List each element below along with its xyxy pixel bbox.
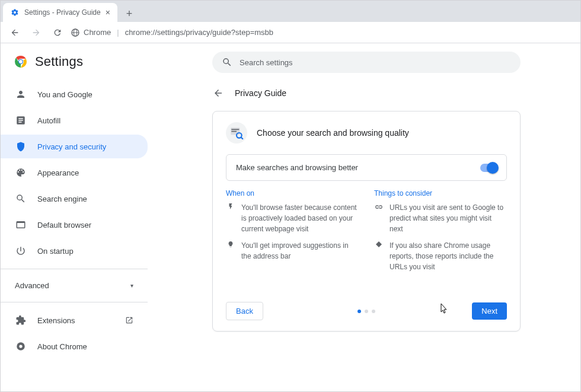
- search-icon: [15, 193, 27, 205]
- url-text: chrome://settings/privacy/guide?step=msb…: [125, 28, 273, 37]
- next-button[interactable]: Next: [472, 302, 507, 320]
- browser-icon: [15, 219, 27, 231]
- cursor-icon: [438, 302, 449, 317]
- open-external-icon: [125, 316, 133, 324]
- search-icon: [222, 57, 232, 68]
- svg-point-5: [19, 60, 23, 63]
- extension-icon: [15, 314, 27, 326]
- autofill-icon: [15, 114, 27, 126]
- address-bar[interactable]: Chrome | chrome://settings/privacy/guide…: [71, 28, 574, 37]
- sidebar-item-label: Extensions: [37, 316, 75, 325]
- toolbar: Chrome | chrome://settings/privacy/guide…: [1, 22, 580, 43]
- sidebar-separator: [1, 302, 148, 302]
- step-dot: [365, 310, 368, 313]
- back-button[interactable]: [212, 87, 224, 99]
- bullet-text: URLs you visit are sent to Google to pre…: [390, 202, 507, 234]
- sidebar-item-privacy-security[interactable]: Privacy and security: [1, 135, 148, 158]
- search-browse-icon: [226, 122, 247, 144]
- sidebar-item-appearance[interactable]: Appearance: [1, 161, 148, 184]
- sidebar-item-search-engine[interactable]: Search engine: [1, 187, 148, 211]
- sidebar-item-label: On startup: [37, 247, 74, 256]
- browser-tab[interactable]: Settings - Privacy Guide ×: [3, 3, 117, 22]
- advanced-label: Advanced: [15, 281, 49, 290]
- step-dot: [372, 310, 375, 313]
- page-title: Privacy Guide: [235, 88, 286, 98]
- sidebar-item-label: Default browser: [37, 221, 91, 230]
- chevron-down-icon: ▾: [130, 282, 133, 289]
- chrome-icon: [15, 340, 27, 352]
- diamond-icon: [374, 240, 384, 272]
- privacy-guide-card: Choose your search and browsing quality …: [212, 111, 521, 332]
- toggle-switch[interactable]: [480, 164, 497, 172]
- sidebar-item-label: Privacy and security: [37, 142, 106, 151]
- sidebar-item-autofill[interactable]: Autofill: [1, 109, 148, 132]
- app-header: Settings: [1, 54, 148, 82]
- link-icon: [374, 202, 384, 234]
- svg-rect-9: [231, 129, 239, 130]
- sidebar-item-you-and-google[interactable]: You and Google: [1, 82, 148, 106]
- url-scheme: Chrome: [84, 28, 111, 37]
- sidebar: Settings You and Google Autofill Privacy…: [1, 43, 152, 391]
- sidebar-item-extensions[interactable]: Extensions: [1, 308, 148, 332]
- power-icon: [15, 245, 27, 257]
- site-info-icon: [71, 28, 80, 37]
- bullet-text: You'll get improved suggestions in the a…: [241, 240, 359, 262]
- sidebar-item-label: You and Google: [37, 90, 92, 99]
- sidebar-item-default-browser[interactable]: Default browser: [1, 213, 148, 237]
- back-button[interactable]: Back: [226, 302, 263, 320]
- card-title: Choose your search and browsing quality: [257, 128, 409, 138]
- chrome-logo-icon: [14, 55, 28, 69]
- svg-point-7: [19, 345, 22, 348]
- bolt-icon: [226, 202, 235, 234]
- person-icon: [15, 88, 27, 100]
- main-content: Search settings Privacy Guide Choose you…: [152, 43, 580, 391]
- shield-icon: [15, 141, 27, 152]
- nav-reload-button[interactable]: [49, 24, 66, 41]
- svg-line-12: [241, 138, 243, 139]
- toggle-row[interactable]: Make searches and browsing better: [226, 154, 507, 181]
- new-tab-button[interactable]: +: [121, 5, 138, 22]
- when-on-heading: When on: [226, 189, 359, 197]
- app-title: Settings: [35, 54, 83, 69]
- bullet-text: If you also share Chrome usage reports, …: [390, 240, 507, 272]
- nav-forward-button[interactable]: [28, 24, 44, 41]
- page-title-row: Privacy Guide: [212, 87, 521, 99]
- sidebar-item-about-chrome[interactable]: About Chrome: [1, 334, 148, 358]
- search-placeholder: Search settings: [240, 58, 293, 67]
- sidebar-advanced-toggle[interactable]: Advanced ▾: [1, 275, 148, 296]
- sidebar-item-on-startup[interactable]: On startup: [1, 239, 148, 263]
- step-dot-active: [357, 310, 361, 313]
- palette-icon: [15, 167, 27, 179]
- sidebar-item-label: Autofill: [37, 116, 60, 125]
- tab-strip: Settings - Privacy Guide × +: [1, 1, 580, 22]
- sidebar-separator: [1, 269, 148, 269]
- bulb-icon: [226, 240, 235, 262]
- gear-icon: [10, 8, 20, 17]
- nav-back-button[interactable]: [7, 24, 23, 41]
- tab-title: Settings - Privacy Guide: [24, 8, 101, 17]
- consider-heading: Things to consider: [374, 189, 507, 197]
- sidebar-item-label: About Chrome: [37, 342, 87, 351]
- step-indicator: [357, 310, 375, 313]
- search-settings-input[interactable]: Search settings: [212, 52, 521, 73]
- sidebar-item-label: Search engine: [37, 195, 87, 203]
- toggle-label: Make searches and browsing better: [236, 163, 358, 172]
- bullet-text: You'll browse faster because content is …: [241, 202, 359, 234]
- svg-rect-10: [231, 131, 237, 132]
- sidebar-item-label: Appearance: [37, 168, 79, 177]
- close-icon[interactable]: ×: [106, 8, 110, 17]
